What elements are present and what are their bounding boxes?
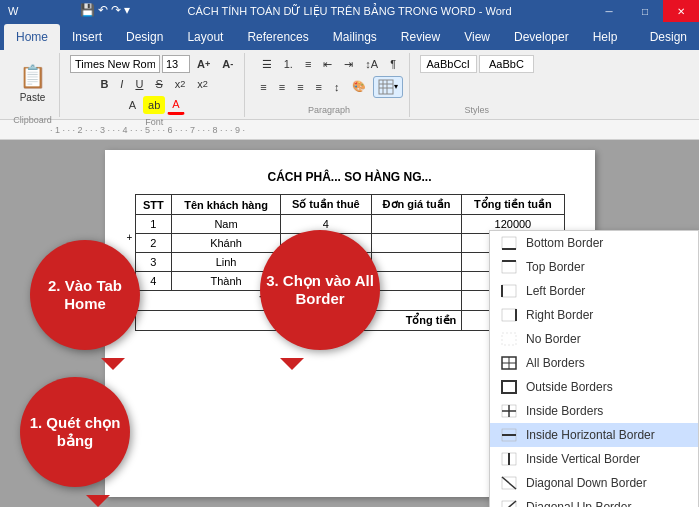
undo-qat-btn[interactable]: ↶ (98, 3, 108, 17)
ruler: · 1 · · · 2 · · · 3 · · · 4 · · · 5 · · … (0, 120, 699, 140)
borders-dropdown-btn[interactable]: ▾ (373, 76, 403, 98)
menu-diagonal-up[interactable]: Diagonal Up Border (490, 495, 698, 507)
ribbon-tabs: Home Insert Design Layout References Mai… (0, 22, 699, 50)
menu-diagonal-down[interactable]: Diagonal Down Border (490, 471, 698, 495)
numbering-btn[interactable]: 1. (279, 55, 298, 73)
col-stt: STT (135, 195, 172, 215)
tab-design-tools[interactable]: Design (638, 24, 699, 50)
menu-inside-horizontal[interactable]: Inside Horizontal Border (490, 423, 698, 447)
cell-ten-1: Nam (172, 215, 281, 234)
outside-borders-label: Outside Borders (526, 380, 613, 394)
minimize-btn[interactable]: ─ (591, 0, 627, 22)
menu-top-border[interactable]: Top Border (490, 255, 698, 279)
col-ten: Tên khách hàng (172, 195, 281, 215)
font-size-decrease-btn[interactable]: A- (217, 55, 238, 73)
cell-dongia-4 (371, 272, 462, 291)
tab-layout[interactable]: Layout (175, 24, 235, 50)
table-move-handle[interactable]: + (127, 232, 133, 243)
align-right-btn[interactable]: ≡ (292, 78, 308, 96)
save-qat-btn[interactable]: 💾 (80, 3, 95, 17)
all-borders-icon (500, 356, 518, 370)
borders-dropdown-arrow: ▾ (394, 82, 398, 91)
bold-btn[interactable]: B (95, 75, 113, 93)
font-size-input[interactable] (162, 55, 190, 73)
multilevel-btn[interactable]: ≡ (300, 55, 316, 73)
bullets-btn[interactable]: ☰ (257, 55, 277, 74)
cell-stt-3: 3 (135, 253, 172, 272)
highlight-btn[interactable]: ab (143, 96, 165, 114)
window-title: CÁCH TÍNH TOÁN DỮ LIỆU TRÊN BẢNG TRONG W… (187, 5, 511, 18)
font-group: A+ A- B I U S x2 x2 A ab A Font (64, 53, 245, 117)
right-border-label: Right Border (526, 308, 593, 322)
paste-btn[interactable]: 📋 Paste (12, 55, 53, 113)
line-spacing-btn[interactable]: ↕ (329, 78, 345, 96)
cell-stt-1: 1 (135, 215, 172, 234)
align-center-btn[interactable]: ≡ (274, 78, 290, 96)
inside-horizontal-icon (500, 428, 518, 442)
text-effects-btn[interactable]: A (124, 96, 141, 114)
font-size-increase-btn[interactable]: A+ (192, 55, 215, 73)
svg-rect-5 (502, 237, 516, 249)
tab-home[interactable]: Home (4, 24, 60, 50)
subscript-btn[interactable]: x2 (170, 75, 191, 93)
inside-borders-icon (500, 404, 518, 418)
menu-inside-borders[interactable]: Inside Borders (490, 399, 698, 423)
col-sotuan: Số tuần thuê (281, 195, 372, 215)
tab-design[interactable]: Design (114, 24, 175, 50)
document-area: CÁCH PHÂ... SO HÀNG NG... + STT Tên khác… (0, 140, 699, 507)
cell-stt-2: 2 (135, 234, 172, 253)
window-controls: ─ □ ✕ (591, 0, 699, 22)
borders-icon (378, 79, 394, 95)
italic-btn[interactable]: I (115, 75, 128, 93)
tab-insert[interactable]: Insert (60, 24, 114, 50)
menu-all-borders[interactable]: All Borders (490, 351, 698, 375)
tab-mailings[interactable]: Mailings (321, 24, 389, 50)
all-borders-label: All Borders (526, 356, 585, 370)
maximize-btn[interactable]: □ (627, 0, 663, 22)
bottom-border-icon (500, 236, 518, 250)
qat-dropdown[interactable]: ▾ (124, 3, 130, 17)
cell-dongia-3 (371, 253, 462, 272)
no-border-icon (500, 332, 518, 346)
close-btn[interactable]: ✕ (663, 0, 699, 22)
align-left-btn[interactable]: ≡ (255, 78, 271, 96)
tab-view[interactable]: View (452, 24, 502, 50)
tab-developer[interactable]: Developer (502, 24, 581, 50)
strikethrough-btn[interactable]: S (150, 75, 167, 93)
menu-right-border[interactable]: Right Border (490, 303, 698, 327)
tab-references[interactable]: References (235, 24, 320, 50)
svg-rect-7 (502, 261, 516, 273)
style-normal[interactable]: AaBbCcI (420, 55, 477, 73)
tab-help[interactable]: Help (581, 24, 630, 50)
callout-tab-home: 2. Vào Tab Home (30, 240, 140, 350)
menu-inside-vertical[interactable]: Inside Vertical Border (490, 447, 698, 471)
style-heading1[interactable]: AaBbC (479, 55, 534, 73)
shading-btn[interactable]: 🎨 (347, 77, 371, 96)
inside-horizontal-label: Inside Horizontal Border (526, 428, 655, 442)
menu-left-border[interactable]: Left Border (490, 279, 698, 303)
decrease-indent-btn[interactable]: ⇤ (318, 55, 337, 74)
sort-btn[interactable]: ↕A (360, 55, 383, 73)
justify-btn[interactable]: ≡ (311, 78, 327, 96)
menu-no-border[interactable]: No Border (490, 327, 698, 351)
outside-borders-icon (500, 380, 518, 394)
redo-qat-btn[interactable]: ↷ (111, 3, 121, 17)
diagonal-down-icon (500, 476, 518, 490)
menu-outside-borders[interactable]: Outside Borders (490, 375, 698, 399)
underline-btn[interactable]: U (130, 75, 148, 93)
top-border-icon (500, 260, 518, 274)
title-bar: W 💾 ↶ ↷ ▾ CÁCH TÍNH TOÁN DỮ LIỆU TRÊN BẢ… (0, 0, 699, 22)
table-header-row: STT Tên khách hàng Số tuần thuê Đơn giá … (135, 195, 564, 215)
superscript-btn[interactable]: x2 (192, 75, 213, 93)
cell-dongia-1 (371, 215, 462, 234)
menu-bottom-border[interactable]: Bottom Border (490, 231, 698, 255)
font-name-input[interactable] (70, 55, 160, 73)
show-formatting-btn[interactable]: ¶ (385, 55, 401, 73)
font-color-btn[interactable]: A (167, 95, 184, 115)
tab-review[interactable]: Review (389, 24, 452, 50)
right-border-icon (500, 308, 518, 322)
col-dongia: Đơn giá tuần (371, 195, 462, 215)
col-tongtien: Tổng tiền tuần (462, 195, 564, 215)
increase-indent-btn[interactable]: ⇥ (339, 55, 358, 74)
callout-all-border: 3. Chọn vào All Border (260, 230, 380, 350)
